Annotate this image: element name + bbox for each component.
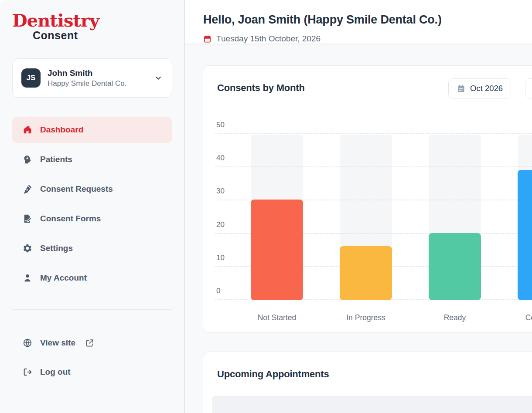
globe-icon xyxy=(23,338,32,348)
sidebar-item-patients[interactable]: Patients xyxy=(12,146,172,173)
sidebar-item-settings[interactable]: Settings xyxy=(12,235,172,261)
chart-bar-ready[interactable] xyxy=(429,233,481,300)
patient-head-cross-icon xyxy=(23,155,32,164)
chart-gridline xyxy=(215,166,532,167)
y-axis-tick-label: 0 xyxy=(216,286,242,296)
pen-nib-icon xyxy=(23,184,32,194)
sidebar-item-label: Patients xyxy=(40,155,72,164)
current-date: Tuesday 15th October, 2026 xyxy=(203,34,532,44)
sidebar-item-dashboard[interactable]: Dashboard xyxy=(12,117,172,143)
dashboard-content: Consents by Month Oct 2026 01020304050No… xyxy=(185,44,532,413)
chart-gridline xyxy=(215,133,532,134)
consents-by-month-card: Consents by Month Oct 2026 01020304050No… xyxy=(203,65,532,333)
chart-bar-completed[interactable] xyxy=(518,170,532,300)
view-site-link[interactable]: View site xyxy=(12,329,172,356)
sidebar-item-label: My Account xyxy=(40,273,87,283)
consents-bar-chart: 01020304050Not StartedIn ProgressReadyCo… xyxy=(203,66,532,332)
chevron-down-icon xyxy=(153,73,163,83)
sidebar-item-label: Settings xyxy=(40,244,73,253)
avatar: JS xyxy=(21,68,41,88)
account-switcher[interactable]: JS John Smith Happy Smile Dental Co. xyxy=(12,58,172,98)
sidebar-item-label: Consent Forms xyxy=(40,214,101,223)
sidebar-item-my-account[interactable]: My Account xyxy=(12,265,172,291)
person-icon xyxy=(23,273,32,283)
y-axis-tick-label: 30 xyxy=(216,186,242,196)
logout-icon xyxy=(23,367,32,377)
y-axis-tick-label: 40 xyxy=(216,153,242,163)
document-edit-icon xyxy=(23,214,32,223)
appointments-title: Upcoming Appointments xyxy=(217,369,329,380)
user-meta: John Smith Happy Smile Dental Co. xyxy=(48,68,153,88)
log-out-label: Log out xyxy=(40,367,71,377)
sidebar: Dentistry Consent JS John Smith Happy Sm… xyxy=(0,0,185,413)
x-axis-category-label: Ready xyxy=(420,313,490,322)
sidebar-divider xyxy=(12,309,172,310)
sidebar-item-label: Dashboard xyxy=(40,125,83,135)
gear-icon xyxy=(23,244,32,253)
y-axis-tick-label: 20 xyxy=(216,220,242,230)
user-name: John Smith xyxy=(48,68,153,78)
upcoming-appointments-card: Upcoming Appointments xyxy=(203,352,532,413)
brand-product: Consent xyxy=(33,30,172,41)
sidebar-nav: Dashboard Patients Consent Requests Cons… xyxy=(12,117,172,291)
view-site-label: View site xyxy=(40,338,75,348)
home-icon xyxy=(23,125,32,135)
sidebar-item-consent-requests[interactable]: Consent Requests xyxy=(12,176,172,202)
page-title: Hello, Joan Smith (Happy Smile Dental Co… xyxy=(203,13,532,27)
x-axis-category-label: In Progress xyxy=(331,313,401,322)
app-root: Dentistry Consent JS John Smith Happy Sm… xyxy=(0,0,532,413)
chart-bar-in-progress[interactable] xyxy=(340,246,392,300)
y-axis-tick-label: 50 xyxy=(216,120,242,130)
external-link-icon xyxy=(85,339,94,348)
main-area: Hello, Joan Smith (Happy Smile Dental Co… xyxy=(185,0,532,413)
y-axis-tick-label: 10 xyxy=(216,253,242,263)
brand-name: Dentistry xyxy=(12,11,172,30)
calendar-icon xyxy=(203,35,211,43)
log-out-button[interactable]: Log out xyxy=(12,359,172,386)
user-organisation: Happy Smile Dental Co. xyxy=(48,79,153,88)
sidebar-item-label: Consent Requests xyxy=(40,184,113,194)
brand-logo: Dentistry Consent xyxy=(12,11,172,41)
x-axis-category-label: Not Started xyxy=(242,313,312,322)
appointments-table-header xyxy=(212,396,532,413)
chart-bar-not-started[interactable] xyxy=(251,200,303,300)
sidebar-item-consent-forms[interactable]: Consent Forms xyxy=(12,206,172,232)
page-header: Hello, Joan Smith (Happy Smile Dental Co… xyxy=(185,0,532,44)
x-axis-category-label: Completed xyxy=(509,313,532,322)
current-date-label: Tuesday 15th October, 2026 xyxy=(216,34,321,44)
